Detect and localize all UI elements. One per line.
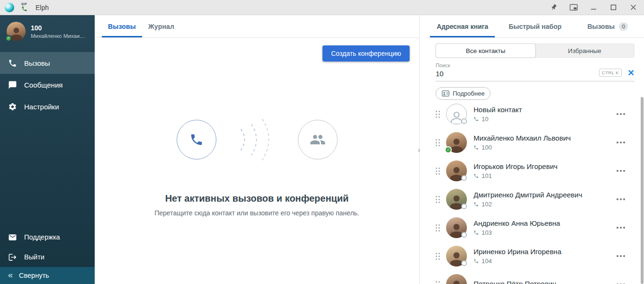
empty-state-title: Нет активных вызовов и конференций <box>165 193 349 204</box>
phone-icon <box>474 145 479 150</box>
contact-more-button[interactable] <box>615 167 627 175</box>
contact-name: Михайленко Михаил Львович <box>474 134 615 142</box>
contact-number: 101 <box>474 172 615 179</box>
segment-all-contacts[interactable]: Все контакты <box>436 44 536 58</box>
tab-panel-calls[interactable]: Вызовы 0 <box>572 15 644 37</box>
sidebar-item-calls[interactable]: Вызовы <box>0 52 95 74</box>
contact-row[interactable]: Игорьков Игорь Игоревич 101 <box>436 157 635 185</box>
contact-name: Ириненко Ирина Игоревна <box>474 248 615 256</box>
conference-circle-icon <box>298 120 338 160</box>
drag-handle-icon[interactable] <box>436 168 440 175</box>
contact-card-icon <box>442 90 449 97</box>
phone-icon <box>474 230 479 235</box>
sip-phone-icon: SIP <box>18 3 30 12</box>
compact-view-icon[interactable] <box>569 3 578 12</box>
shortcut-badge: CTRL K <box>599 69 622 77</box>
contact-more-button[interactable] <box>615 252 627 260</box>
phone-icon <box>8 59 17 68</box>
right-tabbar: Адресная книга Быстрый набор Вызовы 0 <box>426 15 644 38</box>
contacts-filter-segmented: Все контакты Избранные <box>436 44 635 58</box>
main-area: Вызовы Журнал Создать конференцию <box>95 15 420 284</box>
contact-row[interactable]: Ириненко Ирина Игоревна 104 <box>436 242 635 270</box>
collapse-sidebar-button[interactable]: « Свернуть <box>0 267 95 284</box>
tab-calls[interactable]: Вызовы <box>102 15 142 37</box>
tab-journal[interactable]: Журнал <box>142 15 180 37</box>
contact-avatar <box>446 274 467 284</box>
empty-state-subtitle: Перетащите сюда контакт или вызовите его… <box>154 209 359 217</box>
sidebar: ✓ 100 Михайленко Михаи… Вызовы Сообщения <box>0 15 95 284</box>
contact-row[interactable]: Дмитриенко Дмитрий Андреевич 102 <box>436 185 635 213</box>
sidebar-item-label: Настройки <box>24 103 59 111</box>
contact-row[interactable]: ✓ Михайленко Михаил Львович 100 <box>436 128 635 157</box>
pin-icon[interactable] <box>549 3 558 12</box>
search-input[interactable] <box>436 68 599 78</box>
sidebar-footer: Поддержка Выйти <box>0 227 95 267</box>
contact-name: Игорьков Игорь Игоревич <box>474 162 615 170</box>
mail-icon <box>8 233 17 242</box>
create-conference-button[interactable]: Создать конференцию <box>322 45 410 62</box>
online-status-badge: ✓ <box>5 35 12 42</box>
drag-handle-icon[interactable] <box>436 253 440 260</box>
phone-icon <box>474 202 479 207</box>
search-label: Поиск <box>436 62 599 68</box>
contact-more-button[interactable] <box>615 195 627 203</box>
phone-icon <box>474 258 479 264</box>
contact-name: Новый контакт <box>474 106 615 114</box>
right-panel: Адресная книга Быстрый набор Вызовы 0 Вс… <box>426 15 644 284</box>
contact-more-button[interactable] <box>615 281 627 284</box>
sidebar-item-messages[interactable]: Сообщения <box>0 74 95 96</box>
user-extension: 100 <box>31 24 85 32</box>
contact-more-button[interactable] <box>615 224 627 231</box>
phone-icon <box>474 173 479 178</box>
empty-state-illustration <box>177 119 338 160</box>
drag-handle-icon[interactable] <box>436 196 440 203</box>
calls-count-badge: 0 <box>619 22 628 31</box>
minimize-icon[interactable] <box>589 3 598 12</box>
logout-icon <box>8 253 17 262</box>
phone-circle-icon <box>177 120 216 160</box>
contact-name: Андриенко Анна Юрьевна <box>474 219 615 227</box>
sidebar-item-label: Поддержка <box>24 233 60 241</box>
contact-number: 100 <box>474 144 615 151</box>
offline-status-badge <box>461 232 467 238</box>
close-icon[interactable] <box>629 3 637 12</box>
drag-handle-icon[interactable] <box>436 224 440 231</box>
maximize-icon[interactable] <box>609 3 617 12</box>
user-profile[interactable]: ✓ 100 Михайленко Михаи… <box>0 15 95 48</box>
panel-divider: › <box>420 15 426 284</box>
details-button[interactable]: Подробнее <box>436 87 491 100</box>
sidebar-item-label: Вызовы <box>24 59 50 67</box>
contact-name: Дмитриенко Дмитрий Андреевич <box>474 191 615 199</box>
offline-status-badge <box>461 204 467 209</box>
tab-address-book[interactable]: Адресная книга <box>426 15 499 37</box>
segment-favorites[interactable]: Избранные <box>535 44 634 57</box>
titlebar: SIP Elph <box>0 0 644 15</box>
contacts-scrollbar <box>641 97 644 284</box>
offline-status-badge <box>461 175 467 181</box>
contact-row[interactable]: Андриенко Анна Юрьевна 103 <box>436 213 635 242</box>
contact-more-button[interactable] <box>615 110 627 118</box>
drag-handle-icon[interactable] <box>436 281 440 284</box>
scrollbar-thumb[interactable] <box>641 97 644 284</box>
collapse-icon: « <box>8 271 13 279</box>
main-tabbar: Вызовы Журнал <box>95 15 419 38</box>
tab-speed-dial[interactable]: Быстрый набор <box>499 15 571 37</box>
sidebar-item-label: Выйти <box>24 253 45 261</box>
sidebar-item-logout[interactable]: Выйти <box>0 247 95 267</box>
contact-list: Новый контакт 10 ✓ <box>436 100 635 284</box>
signal-arcs-icon <box>216 112 298 167</box>
clear-search-icon[interactable]: ✕ <box>627 69 635 77</box>
sidebar-item-support[interactable]: Поддержка <box>0 227 95 247</box>
search-field: Поиск CTRL K ✕ <box>436 62 635 81</box>
contact-more-button[interactable] <box>615 139 627 146</box>
drag-handle-icon[interactable] <box>436 111 440 118</box>
contact-number: 102 <box>474 201 615 208</box>
contact-number: 103 <box>474 229 615 236</box>
contact-row[interactable]: Петренко Пётр Петрович <box>436 270 635 284</box>
app-logo-icon <box>5 3 14 12</box>
drag-handle-icon[interactable] <box>436 139 440 146</box>
sidebar-item-settings[interactable]: Настройки <box>0 96 95 117</box>
contact-number: 104 <box>474 257 615 265</box>
app-window: SIP Elph <box>0 0 644 284</box>
contact-row[interactable]: Новый контакт 10 <box>436 100 635 128</box>
